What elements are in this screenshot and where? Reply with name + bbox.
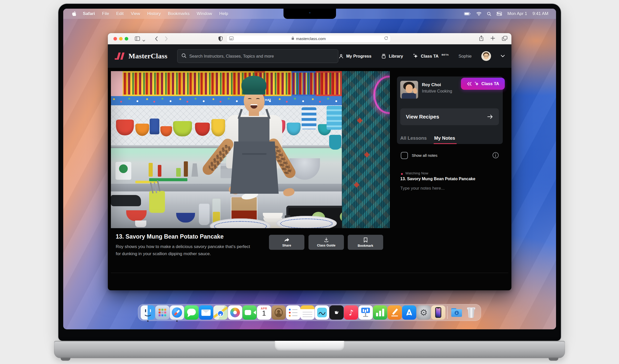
address-bar[interactable]: masterclass.com — [226, 35, 391, 43]
dock-separator — [447, 306, 448, 319]
search-bar[interactable]: Search Instructors, Classes, Topics and … — [177, 49, 338, 63]
person-icon — [339, 54, 344, 59]
account-chevron-icon[interactable] — [501, 54, 505, 58]
masterclass-mark-icon — [114, 52, 125, 60]
nav-class-ta[interactable]: Class TABETA — [413, 53, 449, 59]
sparkle-icon — [474, 81, 479, 86]
nav-my-progress[interactable]: My Progress — [339, 54, 371, 59]
info-icon[interactable] — [492, 152, 499, 160]
menu-safari[interactable]: Safari — [83, 11, 95, 16]
dock-icon-downloads[interactable]: ↓ — [449, 305, 464, 320]
battery-icon[interactable] — [464, 12, 471, 16]
tab-overview-icon[interactable] — [502, 36, 507, 42]
dock-icon-notes[interactable] — [300, 305, 315, 320]
laptop-foot — [61, 358, 70, 361]
instructor-name: Roy Choi — [422, 82, 441, 87]
video-player[interactable]: PAPER HAT — [111, 71, 390, 228]
sidebar-icon[interactable] — [135, 36, 140, 42]
dock-icon-mail[interactable] — [199, 305, 213, 320]
lesson-title: 13. Savory Mung Bean Potato Pancake — [116, 233, 224, 240]
wifi-icon[interactable] — [476, 12, 482, 16]
dock-icon-launchpad[interactable] — [155, 305, 170, 320]
control-center-icon[interactable] — [497, 12, 502, 16]
dock: APR1tv♪⚙↓ — [138, 304, 481, 321]
dock-icon-safari[interactable] — [170, 305, 184, 320]
lock-icon — [291, 36, 294, 41]
menu-history[interactable]: History — [147, 11, 161, 16]
laptop-foot — [549, 358, 558, 361]
masterclass-header: MasterClass Search Instructors, Classes,… — [108, 44, 511, 68]
notes-input[interactable]: Type your notes here... — [400, 186, 502, 191]
dock-icon-keynote[interactable] — [358, 305, 373, 320]
reader-icon[interactable] — [229, 36, 234, 41]
dock-icon-music[interactable]: ♪ — [344, 305, 358, 320]
dock-icon-settings[interactable]: ⚙ — [417, 305, 431, 320]
menu-help[interactable]: Help — [219, 11, 228, 16]
dock-icon-calendar[interactable]: APR1 — [257, 305, 271, 320]
privacy-shield-icon[interactable] — [218, 36, 223, 43]
menu-status: Mon Apr 1 9:41 AM — [464, 11, 548, 16]
safari-window: masterclass.com — [108, 33, 511, 290]
close-window-button[interactable] — [113, 37, 117, 41]
menu-edit[interactable]: Edit — [116, 11, 124, 16]
dock-icon-messages[interactable] — [184, 305, 199, 320]
user-avatar[interactable] — [481, 51, 491, 61]
show-all-notes-label: Show all notes — [412, 153, 437, 158]
class-ta-button[interactable]: Class TA — [461, 78, 505, 90]
menu-bookmarks[interactable]: Bookmarks — [168, 11, 189, 16]
safari-toolbar: masterclass.com — [108, 33, 511, 44]
share-button[interactable]: Share — [269, 235, 304, 250]
active-tab-underline — [434, 143, 457, 144]
library-icon — [381, 54, 386, 59]
masterclass-logo[interactable]: MasterClass — [114, 52, 167, 60]
spotlight-icon[interactable] — [487, 12, 491, 16]
dock-icon-maps[interactable] — [213, 305, 228, 320]
brand-wordmark: MasterClass — [128, 52, 167, 60]
arrow-right-icon — [487, 114, 493, 120]
menu-window[interactable]: Window — [197, 11, 212, 16]
share-icon[interactable] — [479, 35, 484, 42]
macos-desktop: SafariFileEditViewHistoryBookmarksWindow… — [63, 9, 556, 329]
dock-icon-pages[interactable] — [388, 305, 402, 320]
minimize-window-button[interactable] — [119, 37, 123, 41]
forward-button[interactable] — [165, 36, 168, 42]
class-guide-button[interactable]: Class Guide — [308, 235, 344, 250]
menu-file[interactable]: File — [102, 11, 109, 16]
dock-icon-trash[interactable] — [464, 305, 478, 320]
dock-icon-numbers[interactable] — [373, 305, 387, 320]
instructor-photo — [400, 81, 418, 99]
dock-icon-iphone[interactable] — [431, 305, 445, 320]
menu-clock[interactable]: 9:41 AM — [533, 11, 548, 16]
dock-icon-finder[interactable] — [141, 305, 155, 320]
watching-now-label: Watching Now — [405, 171, 428, 175]
dock-icon-contacts[interactable] — [272, 305, 286, 320]
share-arrow-icon — [284, 238, 290, 242]
dock-icon-photos[interactable] — [228, 305, 242, 320]
sidebar-chevron-icon[interactable] — [143, 38, 145, 43]
view-recipes-button[interactable]: View Recipes — [400, 108, 499, 125]
new-tab-icon[interactable] — [491, 36, 495, 42]
dock-icon-tv[interactable]: tv — [329, 305, 344, 320]
menu-date[interactable]: Mon Apr 1 — [507, 11, 527, 16]
dock-icon-reminders[interactable] — [286, 305, 300, 320]
running-indicator-dot — [176, 320, 177, 322]
nav-library[interactable]: Library — [381, 54, 403, 59]
dock-icon-freeform[interactable] — [315, 305, 329, 320]
macbook-base — [54, 341, 565, 358]
dock-icon-facetime[interactable] — [242, 305, 257, 320]
lesson-description: Roy shows you how to make a delicious sa… — [116, 243, 251, 257]
back-button[interactable] — [155, 36, 158, 42]
bookmark-button[interactable]: Bookmark — [348, 235, 383, 250]
zoom-window-button[interactable] — [125, 37, 128, 41]
tab-all-lessons[interactable]: All Lessons — [400, 135, 427, 141]
show-all-notes-checkbox[interactable] — [401, 152, 408, 159]
reload-icon[interactable] — [384, 36, 388, 41]
tab-my-notes[interactable]: My Notes — [434, 135, 455, 141]
menu-view[interactable]: View — [131, 11, 140, 16]
macbook-screen: SafariFileEditViewHistoryBookmarksWindow… — [58, 4, 561, 341]
lid-lift-notch — [275, 341, 344, 350]
dock-icon-appstore[interactable] — [402, 305, 416, 320]
search-placeholder: Search Instructors, Classes, Topics and … — [189, 54, 274, 59]
apple-menu-icon[interactable] — [72, 11, 76, 16]
download-icon — [324, 237, 329, 242]
